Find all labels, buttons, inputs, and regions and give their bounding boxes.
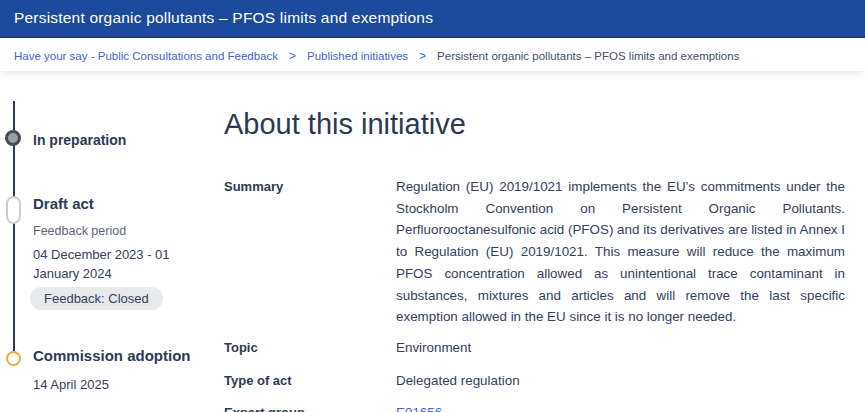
breadcrumb-separator-icon: > (289, 49, 296, 63)
page-header: Persistent organic pollutants – PFOS lim… (0, 0, 865, 38)
timeline-feedback-period-dates: 04 December 2023 - 01 January 2024 (33, 245, 185, 283)
page-header-title: Persistent organic pollutants – PFOS lim… (14, 9, 433, 27)
initiative-details: Summary Regulation (EU) 2019/1021 implem… (224, 176, 845, 412)
expert-group-link[interactable]: E01656 (396, 405, 442, 412)
type-of-act-value: Delegated regulation (396, 370, 845, 392)
field-row-type-of-act: Type of act Delegated regulation (224, 370, 845, 392)
field-row-expert-group: Expert group E01656 (224, 402, 845, 412)
topic-label: Topic (224, 337, 396, 359)
breadcrumb-link-have-your-say[interactable]: Have your say - Public Consultations and… (14, 50, 278, 62)
timeline-marker-commission-adoption-icon (6, 351, 21, 366)
timeline-stage-in-preparation: In preparation (33, 132, 126, 148)
breadcrumb-link-published-initiatives[interactable]: Published initiatives (307, 50, 408, 62)
breadcrumb-current-page: Persistent organic pollutants – PFOS lim… (437, 50, 739, 62)
summary-label: Summary (224, 176, 396, 328)
expert-group-value-cell: E01656 (396, 402, 845, 412)
summary-value: Regulation (EU) 2019/1021 implements the… (396, 176, 845, 328)
timeline-commission-adoption-date: 14 April 2025 (33, 377, 109, 392)
timeline-stage-commission-adoption: Commission adoption (33, 347, 191, 364)
field-row-summary: Summary Regulation (EU) 2019/1021 implem… (224, 176, 845, 328)
feedback-status-badge: Feedback: Closed (30, 287, 163, 310)
breadcrumb: Have your say - Public Consultations and… (0, 40, 865, 71)
expert-group-label: Expert group (224, 402, 396, 412)
page-title: About this initiative (224, 108, 466, 141)
topic-value: Environment (396, 337, 845, 359)
timeline-stage-draft-act: Draft act (33, 195, 94, 212)
breadcrumb-separator-icon: > (419, 49, 426, 63)
timeline-feedback-period-label: Feedback period (33, 224, 126, 238)
type-of-act-label: Type of act (224, 370, 396, 392)
timeline-marker-draft-act-icon (6, 196, 21, 224)
field-row-topic: Topic Environment (224, 337, 845, 359)
timeline-marker-in-preparation-icon (5, 130, 21, 146)
